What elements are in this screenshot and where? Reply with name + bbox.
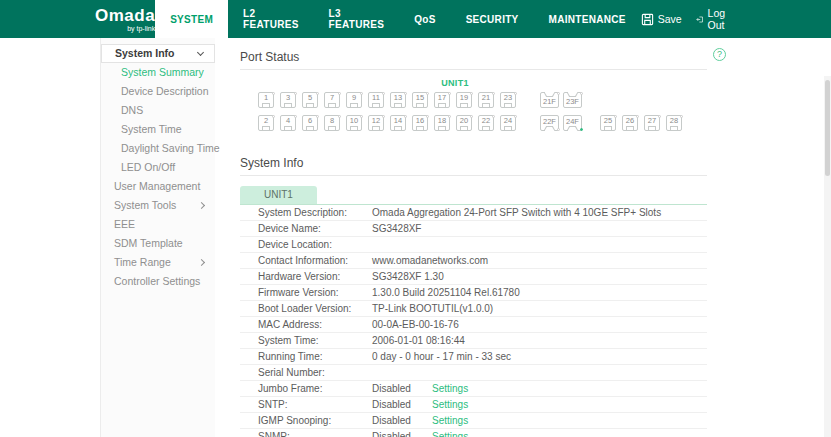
- tab-l2-features[interactable]: L2 FEATURES: [228, 0, 314, 38]
- port-18[interactable]: 18: [434, 115, 450, 131]
- port-led-icon: [294, 115, 297, 118]
- info-row: Firmware Version:1.30.0 Build 20251104 R…: [240, 285, 707, 301]
- rj45-jack-icon: [504, 103, 512, 107]
- port-20[interactable]: 20: [456, 115, 472, 131]
- tab-system[interactable]: SYSTEM: [155, 0, 228, 38]
- port-number: 22: [479, 117, 493, 125]
- sidebar-item-device-description[interactable]: Device Description: [101, 82, 215, 101]
- tab-maintenance[interactable]: MAINTENANCE: [534, 0, 641, 38]
- port-number: 1: [259, 94, 273, 102]
- sidebar-item-label: System Info: [115, 44, 175, 63]
- rj45-jack-icon: [482, 126, 490, 130]
- rj45-jack-icon: [284, 126, 292, 130]
- port-23[interactable]: 23: [500, 92, 516, 108]
- port-25[interactable]: 25: [600, 115, 616, 131]
- sidebar-item-controller-settings[interactable]: Controller Settings: [101, 272, 215, 291]
- sidebar: System InfoSystem SummaryDevice Descript…: [100, 38, 215, 437]
- port-19[interactable]: 19: [456, 92, 472, 108]
- info-label: Boot Loader Version:: [258, 303, 372, 314]
- sidebar-item-system-tools[interactable]: System Tools: [101, 196, 215, 215]
- port-16[interactable]: 16: [412, 115, 428, 131]
- port-group: 22F24F: [540, 115, 582, 131]
- port-15[interactable]: 15: [412, 92, 428, 108]
- port-21f[interactable]: 21F: [540, 92, 559, 108]
- port-24f[interactable]: 24F: [563, 115, 582, 131]
- sidebar-item-sdm-template[interactable]: SDM Template: [101, 234, 215, 253]
- port-1[interactable]: 1: [258, 92, 274, 108]
- port-24[interactable]: 24: [500, 115, 516, 131]
- sidebar-item-time-range[interactable]: Time Range: [101, 253, 215, 272]
- port-10[interactable]: 10: [346, 115, 362, 131]
- port-8[interactable]: 8: [324, 115, 340, 131]
- sidebar-item-label: Time Range: [114, 253, 171, 272]
- port-28[interactable]: 28: [666, 115, 682, 131]
- scrollbar-thumb[interactable]: [825, 80, 830, 176]
- port-led-icon: [514, 92, 517, 95]
- settings-link[interactable]: Settings: [432, 431, 468, 437]
- port-number: 4: [281, 117, 295, 125]
- port-row: 135791113151719212321F23F: [258, 92, 831, 109]
- port-17[interactable]: 17: [434, 92, 450, 108]
- sfp-notch-icon: [544, 126, 556, 131]
- tab-unit1[interactable]: UNIT1: [240, 186, 317, 204]
- unit-tab-row: UNIT1: [240, 184, 707, 205]
- info-row: Serial Number:: [240, 365, 707, 381]
- port-9[interactable]: 9: [346, 92, 362, 108]
- tab-l3-features[interactable]: L3 FEATURES: [314, 0, 400, 38]
- sidebar-item-eee[interactable]: EEE: [101, 215, 215, 234]
- rj45-jack-icon: [394, 103, 402, 107]
- sidebar-item-system-info[interactable]: System Info: [101, 44, 215, 63]
- port-6[interactable]: 6: [302, 115, 318, 131]
- chevron-down-icon: [197, 48, 204, 55]
- info-value: Disabled: [372, 399, 432, 410]
- info-label: MAC Address:: [258, 319, 372, 330]
- port-11[interactable]: 11: [368, 92, 384, 108]
- port-led-icon: [557, 128, 560, 131]
- port-3[interactable]: 3: [280, 92, 296, 108]
- port-22f[interactable]: 22F: [540, 115, 559, 131]
- port-13[interactable]: 13: [390, 92, 406, 108]
- port-23f[interactable]: 23F: [563, 92, 582, 108]
- port-led-icon: [658, 115, 661, 118]
- port-7[interactable]: 7: [324, 92, 340, 108]
- logout-button[interactable]: Log Out: [696, 7, 731, 31]
- sidebar-item-label: Daylight Saving Time: [121, 139, 220, 158]
- sidebar-item-system-time[interactable]: System Time: [101, 120, 215, 139]
- info-value: Disabled: [372, 383, 432, 394]
- rj45-jack-icon: [460, 103, 468, 107]
- sidebar-item-daylight-saving-time[interactable]: Daylight Saving Time: [101, 139, 215, 158]
- rj45-jack-icon: [306, 103, 314, 107]
- settings-link[interactable]: Settings: [432, 399, 468, 410]
- scrollbar-track[interactable]: [824, 76, 831, 437]
- port-led-icon: [382, 115, 385, 118]
- tab-security[interactable]: SECURITY: [451, 0, 534, 38]
- rj45-jack-icon: [626, 126, 634, 130]
- port-12[interactable]: 12: [368, 115, 384, 131]
- help-icon[interactable]: ?: [713, 48, 726, 61]
- port-5[interactable]: 5: [302, 92, 318, 108]
- port-number: 22F: [541, 118, 558, 126]
- settings-link[interactable]: Settings: [432, 383, 468, 394]
- port-2[interactable]: 2: [258, 115, 274, 131]
- sidebar-item-dns[interactable]: DNS: [101, 101, 215, 120]
- sidebar-item-led-on-off[interactable]: LED On/Off: [101, 158, 215, 177]
- section-divider: [240, 175, 707, 176]
- settings-link[interactable]: Settings: [432, 415, 468, 426]
- port-led-icon: [614, 115, 617, 118]
- sidebar-item-system-summary[interactable]: System Summary: [101, 63, 215, 82]
- port-led-icon: [360, 115, 363, 118]
- port-number: 3: [281, 94, 295, 102]
- header-actions: Save Log Out: [641, 0, 730, 38]
- save-button[interactable]: Save: [641, 13, 682, 26]
- port-14[interactable]: 14: [390, 115, 406, 131]
- port-led-icon: [316, 92, 319, 95]
- info-label: Contact Information:: [258, 255, 372, 266]
- port-26[interactable]: 26: [622, 115, 638, 131]
- sidebar-item-user-management[interactable]: User Management: [101, 177, 215, 196]
- port-22[interactable]: 22: [478, 115, 494, 131]
- port-21[interactable]: 21: [478, 92, 494, 108]
- tab-qos[interactable]: QoS: [399, 0, 450, 38]
- port-27[interactable]: 27: [644, 115, 660, 131]
- port-led-icon: [382, 92, 385, 95]
- port-4[interactable]: 4: [280, 115, 296, 131]
